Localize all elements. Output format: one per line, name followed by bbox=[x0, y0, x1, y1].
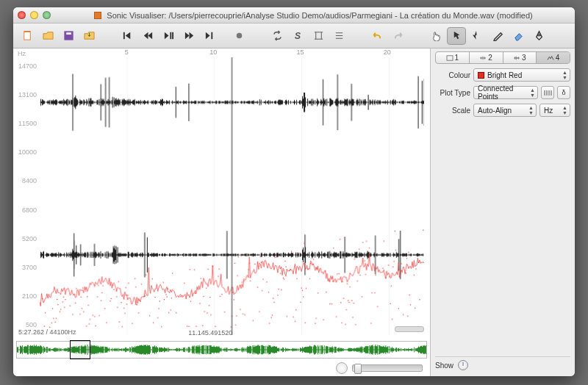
svg-rect-5 bbox=[172, 32, 173, 39]
window-title-text: Sonic Visualiser: /Users/pierrecouprie/i… bbox=[107, 11, 532, 20]
constrain-button[interactable] bbox=[309, 27, 328, 45]
graph-area[interactable]: Hz 1470013100115001000084006800520037002… bbox=[13, 48, 430, 339]
status-left: 5:27.262 / 44100Hz bbox=[16, 328, 79, 337]
svg-rect-2 bbox=[65, 32, 71, 35]
overview-pane[interactable] bbox=[16, 341, 427, 359]
colour-swatch bbox=[478, 72, 484, 79]
layer-tab-4[interactable]: 4 bbox=[537, 52, 570, 63]
redo-button[interactable] bbox=[388, 27, 407, 45]
svg-rect-4 bbox=[170, 32, 171, 39]
layer-tab-1[interactable]: 1 bbox=[436, 52, 470, 63]
plot-type-label: Plot Type bbox=[435, 89, 470, 97]
y-tick: 2100 bbox=[22, 292, 37, 300]
footer-controls bbox=[13, 360, 430, 376]
svg-rect-0 bbox=[24, 32, 29, 40]
plot-type-value: Connected Points bbox=[478, 84, 526, 101]
x-axis: 5101520 bbox=[40, 48, 430, 57]
loop-button[interactable] bbox=[268, 27, 287, 45]
layer-tab-2[interactable]: 2 bbox=[470, 52, 503, 63]
y-tick: 3700 bbox=[22, 264, 37, 271]
save-button[interactable] bbox=[59, 27, 78, 45]
y-tick: 13100 bbox=[18, 91, 37, 98]
align-button[interactable] bbox=[329, 27, 348, 45]
select-tool[interactable] bbox=[447, 27, 466, 45]
record-button[interactable] bbox=[229, 27, 248, 45]
scale-select[interactable]: Auto-Align ▲▼ bbox=[473, 104, 537, 117]
y-tick: 10000 bbox=[18, 148, 37, 156]
scale-value: Auto-Align bbox=[478, 107, 512, 115]
layer-tabs: 1 2 3 4 bbox=[435, 51, 570, 64]
svg-rect-9 bbox=[447, 55, 453, 60]
rewind-start-button[interactable] bbox=[118, 27, 137, 45]
x-tick: 15 bbox=[297, 48, 304, 56]
app-icon bbox=[94, 12, 101, 19]
scale-unit-select[interactable]: Hz ▲▼ bbox=[539, 104, 570, 117]
show-label: Show bbox=[435, 361, 453, 370]
zoom-window-button[interactable] bbox=[43, 11, 51, 19]
window-title: Sonic Visualiser: /Users/pierrecouprie/i… bbox=[57, 11, 570, 20]
toolbar: S bbox=[13, 24, 575, 48]
svg-point-7 bbox=[236, 33, 242, 39]
delta-button[interactable]: δ bbox=[557, 86, 570, 99]
x-tick: 10 bbox=[209, 48, 217, 56]
undo-button[interactable] bbox=[368, 27, 387, 45]
layer-tab-3[interactable]: 3 bbox=[503, 52, 537, 63]
draw-tool[interactable] bbox=[488, 27, 507, 45]
horizontal-scroll-thumb[interactable] bbox=[395, 326, 424, 332]
forward-button[interactable] bbox=[179, 27, 198, 45]
x-tick: 5 bbox=[125, 48, 129, 56]
scale-label: Scale bbox=[435, 107, 470, 115]
colour-select[interactable]: Bright Red ▲▼ bbox=[473, 68, 570, 82]
y-tick: 6800 bbox=[22, 206, 37, 214]
edit-tool[interactable] bbox=[467, 27, 487, 45]
x-tick: 20 bbox=[384, 48, 391, 56]
app-window: Sonic Visualiser: /Users/pierrecouprie/i… bbox=[13, 7, 575, 376]
segmentation-button[interactable] bbox=[541, 86, 554, 99]
svg-rect-6 bbox=[211, 32, 212, 39]
show-dial[interactable] bbox=[458, 360, 468, 370]
play-pause-button[interactable] bbox=[159, 27, 178, 45]
plot-canvas-host[interactable] bbox=[40, 57, 424, 335]
y-tick: 8400 bbox=[22, 177, 37, 184]
solo-button[interactable]: S bbox=[288, 27, 307, 45]
svg-rect-8 bbox=[315, 32, 321, 39]
rewind-button[interactable] bbox=[138, 27, 157, 45]
overview-window[interactable] bbox=[70, 340, 90, 359]
measure-tool[interactable] bbox=[529, 27, 548, 45]
layer-properties-panel: 1 2 3 4 Colour Bright Red ▲▼ Plot Type C… bbox=[431, 48, 575, 376]
minimize-window-button[interactable] bbox=[30, 11, 38, 19]
y-tick: 5200 bbox=[22, 235, 37, 242]
colour-label: Colour bbox=[435, 71, 470, 79]
close-window-button[interactable] bbox=[18, 11, 26, 19]
export-button[interactable] bbox=[79, 27, 98, 45]
titlebar: Sonic Visualiser: /Users/pierrecouprie/i… bbox=[13, 7, 575, 24]
volume-slider[interactable] bbox=[352, 364, 423, 372]
y-tick: 11500 bbox=[18, 120, 37, 127]
erase-tool[interactable] bbox=[509, 27, 528, 45]
new-button[interactable] bbox=[18, 27, 37, 45]
forward-end-button[interactable] bbox=[200, 27, 219, 45]
y-axis: Hz 1470013100115001000084006800520037002… bbox=[13, 48, 40, 339]
plot-type-select[interactable]: Connected Points ▲▼ bbox=[473, 86, 538, 99]
playback-speed-dial[interactable] bbox=[336, 362, 348, 374]
colour-value: Bright Red bbox=[487, 71, 522, 79]
svg-rect-3 bbox=[123, 32, 124, 39]
navigate-tool[interactable] bbox=[426, 27, 445, 45]
open-button[interactable] bbox=[38, 27, 57, 45]
main-panel: Hz 1470013100115001000084006800520037002… bbox=[13, 48, 431, 376]
scale-unit-value: Hz bbox=[544, 107, 553, 115]
status-center: 11.145.491520 bbox=[188, 329, 232, 337]
y-axis-unit: Hz bbox=[18, 50, 26, 57]
y-tick: 14700 bbox=[18, 62, 37, 70]
